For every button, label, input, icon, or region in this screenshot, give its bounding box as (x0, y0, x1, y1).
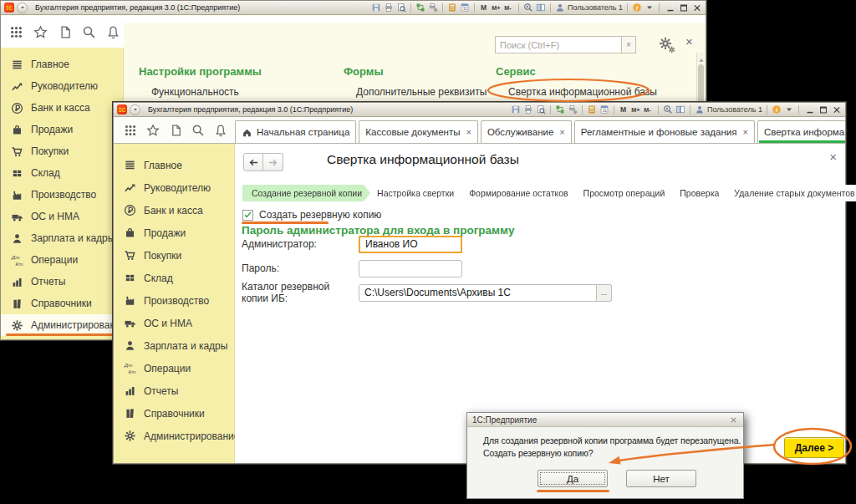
search-clear-icon[interactable]: × (622, 36, 636, 53)
backup-checkbox[interactable] (242, 210, 253, 221)
logo-1c[interactable]: 1С (117, 104, 127, 115)
scroll-up-icon[interactable] (697, 53, 706, 61)
back-button[interactable] (243, 153, 263, 171)
sidebar-item-salary-hr[interactable]: Зарплата и кадры (1, 227, 123, 249)
search-input[interactable] (495, 36, 622, 53)
dialog-close-icon[interactable] (729, 415, 738, 425)
browse-button[interactable]: ... (597, 284, 612, 302)
logo-1c[interactable]: 1С (4, 3, 14, 13)
memory-m-plus-icon[interactable]: M+ (631, 104, 641, 115)
caret-down-icon[interactable] (645, 3, 655, 13)
wizard-step-3[interactable]: Формирование остатков (457, 185, 576, 201)
sidebar-item-warehouse[interactable]: Склад (114, 267, 234, 289)
favorites-star-icon[interactable] (146, 124, 160, 137)
memory-m-plus-icon[interactable]: M+ (492, 3, 502, 13)
minimize-icon[interactable] (805, 105, 815, 115)
password-input[interactable] (359, 260, 462, 277)
search-icon[interactable] (191, 124, 205, 137)
save-icon[interactable] (371, 3, 381, 13)
tab-db-compression[interactable]: Свертка информационной базы× (757, 120, 845, 143)
print-icon[interactable] (523, 104, 533, 115)
sidebar-item-administration[interactable]: Администрирование (1, 314, 123, 336)
sidebar-item-operations[interactable]: ДтКтОперации (114, 357, 234, 379)
sidebar-item-reports[interactable]: Отчеты (1, 271, 123, 293)
next-button[interactable]: Далее > (784, 437, 844, 458)
notifications-bell-icon[interactable] (106, 25, 120, 39)
sidebar-item-main[interactable]: Главное (114, 154, 234, 176)
sidebar-item-operations[interactable]: ДтКтОперации (1, 249, 123, 271)
zoom-in-icon[interactable] (663, 104, 673, 115)
memory-m-icon[interactable]: M (479, 3, 489, 13)
sidebar-item-os-nma[interactable]: ОС и НМА (114, 312, 234, 334)
history-icon[interactable] (58, 25, 72, 39)
split-view-icon[interactable] (536, 3, 546, 13)
scrollbar-thumb[interactable] (698, 64, 704, 103)
sidebar-item-production[interactable]: Производство (114, 289, 234, 312)
calendar-icon[interactable]: 31 (599, 104, 609, 115)
close-icon[interactable] (692, 3, 702, 13)
memory-m-minus-icon[interactable]: M- (504, 3, 514, 13)
memory-m-icon[interactable]: M (619, 104, 629, 115)
apps-grid-icon[interactable] (124, 124, 137, 137)
maximize-icon[interactable] (818, 105, 828, 115)
exchange-icon[interactable] (415, 3, 425, 13)
tab-home[interactable]: Начальная страница (235, 120, 356, 143)
close-icon[interactable] (832, 105, 842, 115)
tab-close-icon[interactable]: × (466, 127, 471, 137)
sidebar-item-purchases[interactable]: Покупки (1, 140, 123, 162)
administrator-input[interactable] (359, 236, 462, 253)
wizard-step-6[interactable]: Удаление старых документов (722, 185, 856, 201)
wizard-step-1[interactable]: Создание резервной копии (242, 185, 370, 201)
apps-grid-icon[interactable] (9, 25, 23, 39)
sidebar-item-bank-cash[interactable]: Банк и касса (114, 199, 234, 221)
user-chip[interactable]: Пользователь 1 (555, 3, 623, 13)
sidebar-item-purchases[interactable]: Покупки (114, 244, 234, 267)
zoom-in-icon[interactable] (523, 3, 533, 13)
calculator-icon[interactable] (587, 104, 597, 115)
system-menu-caret-icon[interactable] (130, 104, 140, 115)
sidebar-item-directories[interactable]: Справочники (114, 402, 234, 425)
sidebar-item-directories[interactable]: Справочники (1, 293, 123, 314)
calculator-icon[interactable] (447, 3, 457, 13)
sidebar-item-manager[interactable]: Руководителю (1, 75, 123, 97)
split-view-icon[interactable] (675, 104, 685, 115)
wizard-step-4[interactable]: Просмотр операций (572, 185, 674, 201)
system-menu-caret-icon[interactable] (17, 3, 28, 13)
tab-close-icon[interactable]: × (742, 127, 747, 137)
exchange-icon[interactable] (555, 104, 565, 115)
sidebar-item-os-nma[interactable]: ОС и НМА (1, 206, 123, 227)
tab-scheduled-jobs[interactable]: Регламентные и фоновые задания× (574, 120, 755, 143)
minimize-icon[interactable] (665, 3, 675, 13)
page-close-icon[interactable]: × (829, 150, 837, 163)
favorites-star-icon[interactable] (33, 25, 48, 39)
caret-down-icon[interactable] (784, 104, 794, 115)
menu-item[interactable]: Свертка информационной базы (508, 86, 657, 98)
menu-item[interactable]: Функциональность (151, 86, 262, 98)
menu-close-icon[interactable]: × (685, 35, 693, 48)
calendar-icon[interactable]: 31 (460, 3, 470, 13)
dialog-yes-button[interactable]: Да (538, 470, 608, 487)
search-icon[interactable] (82, 25, 96, 39)
sidebar-item-sales[interactable]: Продажи (1, 119, 123, 140)
print-settings-icon[interactable] (568, 104, 578, 115)
sidebar-item-salary-hr[interactable]: Зарплата и кадры (114, 334, 234, 357)
print-icon[interactable] (384, 3, 394, 13)
wizard-step-2[interactable]: Настройка свертки (365, 185, 462, 201)
sidebar-item-warehouse[interactable]: Склад (1, 162, 123, 184)
user-chip[interactable]: Пользователь 1 (695, 104, 762, 115)
forward-button[interactable] (263, 153, 283, 171)
sidebar-item-administration[interactable]: Администрирование (114, 425, 234, 447)
sidebar-item-sales[interactable]: Продажи (114, 221, 234, 244)
backup-checkbox-row[interactable]: Создать резервную копию (242, 209, 381, 221)
print-settings-icon[interactable] (428, 3, 438, 13)
maximize-icon[interactable] (679, 3, 689, 13)
info-icon[interactable]: i (632, 3, 642, 13)
sidebar-item-manager[interactable]: Руководителю (114, 176, 234, 199)
sidebar-item-reports[interactable]: Отчеты (114, 379, 234, 402)
memory-m-minus-icon[interactable]: M- (644, 104, 654, 115)
dialog-no-button[interactable]: Нет (626, 470, 696, 487)
settings-gears-icon[interactable] (659, 37, 675, 53)
sidebar-item-main[interactable]: Главное (1, 53, 123, 75)
info-icon[interactable]: i (772, 104, 782, 115)
history-icon[interactable] (169, 124, 182, 137)
